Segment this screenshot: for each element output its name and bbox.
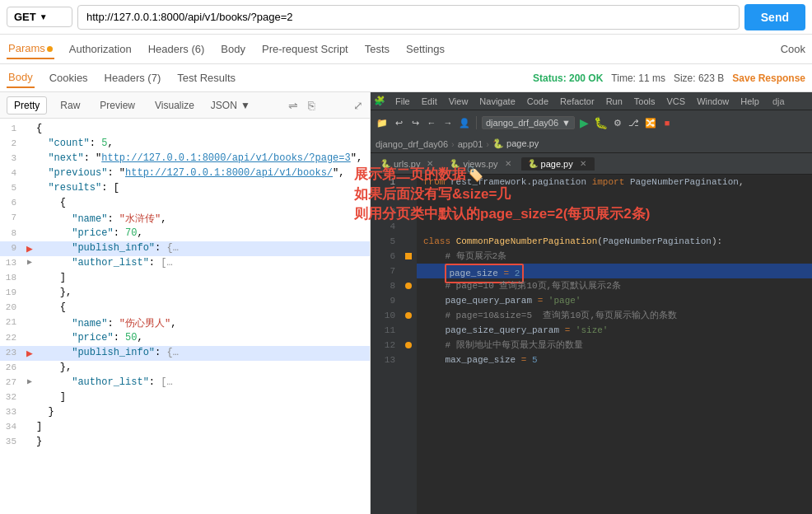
close-urls-icon[interactable]: ✕: [427, 159, 433, 168]
tab-page[interactable]: 🐍 page.py ✕: [521, 157, 595, 171]
toggle-13[interactable]: ▶: [23, 257, 36, 267]
tab-views[interactable]: 🐍 views.py ✕: [443, 157, 519, 171]
copy-icon[interactable]: ⎘: [308, 99, 315, 112]
comment-12: # 限制地址中每页最大显示的数量: [445, 340, 582, 350]
folder-icon[interactable]: 📁: [376, 116, 389, 129]
line-num-23: 23: [0, 347, 23, 357]
next-link[interactable]: http://127.0.0.1:8000/api/v1/books/?page…: [101, 152, 350, 164]
comment-6: # 每页展示2条: [445, 251, 506, 261]
sub-tab-headers[interactable]: Headers (7): [103, 68, 163, 87]
gutter-7: 7: [390, 264, 395, 278]
json-line-34: 34 ]: [0, 420, 370, 435]
bp-3: [400, 204, 417, 219]
breakpoint-6-icon: [405, 253, 412, 259]
undo-icon[interactable]: ↩: [392, 116, 405, 129]
toggle-9[interactable]: ▶: [23, 242, 36, 255]
pqp-val: 'page': [548, 296, 581, 306]
url-input[interactable]: [77, 5, 740, 30]
forward-icon[interactable]: →: [441, 116, 455, 129]
send-button[interactable]: Send: [744, 4, 805, 30]
sort-icon[interactable]: ⇌: [288, 99, 298, 112]
sub-tab-body[interactable]: Body: [7, 68, 35, 88]
line-num-13: 13: [0, 257, 23, 268]
line-num-20: 20: [0, 301, 23, 312]
json-line-35: 35 }: [0, 435, 370, 450]
menu-refactor[interactable]: Refactor: [555, 96, 600, 107]
prev-link[interactable]: http://127.0.0.1:8000/api/v1/books/: [125, 167, 333, 179]
bp-10: [400, 308, 417, 323]
method-label: GET: [14, 11, 36, 23]
json-format-select[interactable]: JSON ▼: [211, 100, 250, 111]
save-response-button[interactable]: Save Response: [732, 72, 805, 84]
tab-settings[interactable]: Settings: [404, 40, 446, 58]
run-icon[interactable]: ▶: [578, 116, 591, 129]
method-select[interactable]: GET ▼: [7, 7, 72, 27]
menu-code[interactable]: Code: [522, 96, 553, 107]
app-folder[interactable]: app01: [458, 139, 483, 149]
tab-headers[interactable]: Headers (6): [147, 40, 207, 58]
json-tab-raw[interactable]: Raw: [54, 97, 86, 114]
menu-help[interactable]: Help: [735, 96, 764, 107]
json-line-20: 20 {: [0, 301, 370, 315]
project-root[interactable]: django_drf_day06: [376, 139, 448, 149]
sub-tab-cookies[interactable]: Cookies: [48, 68, 90, 87]
class-name: CommonPageNumberPagination: [456, 236, 598, 246]
menu-window[interactable]: Window: [692, 96, 734, 107]
json-line-19: 19 },: [0, 286, 370, 301]
close-views-icon[interactable]: ✕: [505, 159, 511, 168]
git-icon[interactable]: ⎇: [628, 116, 641, 129]
json-tab-preview[interactable]: Preview: [93, 97, 142, 114]
user-icon[interactable]: 👤: [458, 116, 471, 129]
bp-2: [400, 189, 417, 204]
menu-tools[interactable]: Tools: [629, 96, 660, 107]
json-tab-pretty[interactable]: Pretty: [7, 96, 47, 114]
line-num-2: 2: [0, 138, 23, 148]
file-name[interactable]: 🐍 page.py: [492, 138, 539, 149]
menu-edit[interactable]: Edit: [417, 96, 442, 107]
main-wrapper: Pretty Raw Preview Visualize JSON ▼ ⇌ ⎘ …: [0, 92, 812, 514]
tab-tests[interactable]: Tests: [363, 40, 391, 58]
menu-file[interactable]: File: [390, 96, 415, 107]
menu-navigate[interactable]: Navigate: [474, 96, 520, 107]
toggle-27[interactable]: ▶: [23, 376, 36, 386]
tab-urls[interactable]: 🐍 urls.py ✕: [374, 157, 441, 171]
line-content-9: "publish_info": {…: [36, 242, 370, 254]
tab-authorization[interactable]: Authorization: [68, 40, 133, 58]
line-num-35: 35: [0, 436, 23, 446]
tab-prerequest[interactable]: Pre-request Script: [260, 40, 350, 58]
json-tab-visualize[interactable]: Visualize: [148, 97, 201, 114]
json-line-1: 1 {: [0, 122, 370, 137]
json-line-13: 13 ▶ "author_list": […: [0, 256, 370, 271]
gutter-11: 11: [385, 323, 395, 338]
settings-icon[interactable]: ⚙: [611, 116, 624, 129]
menu-vcs[interactable]: VCS: [662, 96, 691, 107]
project-dropdown[interactable]: django_drf_day06 ▼: [482, 116, 575, 129]
sub-tab-testresults[interactable]: Test Results: [175, 68, 237, 87]
debug-icon[interactable]: 🐛: [595, 116, 608, 129]
urls-file-icon: 🐍: [380, 159, 390, 168]
psqp-var: page_size_query_param: [445, 325, 559, 335]
bp-11: [400, 323, 417, 338]
toggle-23[interactable]: ▶: [23, 347, 36, 360]
code-line-9: page_query_param = 'page': [417, 293, 812, 308]
tab-page-label: page.py: [541, 159, 573, 169]
line-num-9: 9: [0, 242, 23, 253]
tab-params[interactable]: Params: [7, 39, 54, 59]
close-page-icon[interactable]: ✕: [580, 159, 586, 168]
menu-view[interactable]: View: [444, 96, 474, 107]
git2-icon[interactable]: 🔀: [644, 116, 657, 129]
bp-4: [400, 219, 417, 234]
menu-run[interactable]: Run: [601, 96, 628, 107]
tab-body[interactable]: Body: [219, 40, 247, 58]
json-line-5: 5 "results": [: [0, 181, 370, 196]
line-content-6: {: [36, 197, 370, 208]
tab-cook[interactable]: Cook: [781, 43, 805, 55]
expand-icon[interactable]: ⤢: [353, 99, 363, 112]
code-line-13: max_page_size = 5: [417, 353, 812, 367]
json-toolbar: Pretty Raw Preview Visualize JSON ▼ ⇌ ⎘ …: [0, 92, 370, 119]
line-content-13: "author_list": […: [36, 257, 370, 269]
ide-panel: 🧩 File Edit View Navigate Code Refactor …: [371, 92, 812, 514]
bp-13: [400, 353, 417, 367]
back-icon[interactable]: ←: [425, 116, 438, 129]
redo-icon[interactable]: ↪: [408, 116, 422, 129]
